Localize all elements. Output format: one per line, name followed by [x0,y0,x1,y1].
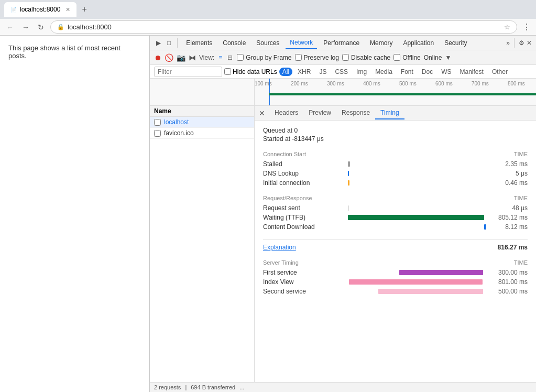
second-service-value: 500.00 ms [486,288,528,295]
refresh-button[interactable]: ↻ [36,22,46,32]
index-view-label: Index View [263,278,347,286]
transferred-size: 694 B transferred [191,384,235,390]
filter-js-button[interactable]: JS [316,67,330,77]
cursor-tool-icon[interactable]: ▶ [154,38,163,48]
disable-cache-label[interactable]: Disable cache [342,54,390,61]
hide-data-urls-checkbox[interactable] [224,68,231,75]
timing-row-first-service: First service 300.00 ms [263,269,528,276]
clear-button[interactable]: 🚫 [165,53,173,62]
filter-img-button[interactable]: Img [353,67,370,77]
active-tab[interactable]: 📄 localhost:8000 ✕ [4,2,76,17]
tab-favicon-icon: 📄 [10,7,17,13]
filter-css-button[interactable]: CSS [332,67,351,77]
filter-ws-button[interactable]: WS [438,67,454,77]
preserve-log-text: Preserve log [304,54,339,61]
hide-data-urls-text: Hide data URLs [233,68,277,75]
detail-close-button[interactable]: ✕ [259,109,265,117]
url-bar[interactable]: 🔒 localhost:8000 ☆ [50,20,517,34]
request-response-section: Request/Response TIME Request sent 48 μs [263,195,528,231]
url-text: localhost:8000 [68,23,112,31]
preserve-log-label[interactable]: Preserve log [295,54,339,61]
disable-cache-text: Disable cache [351,54,390,61]
tab-memory[interactable]: Memory [366,37,397,49]
tab-network[interactable]: Network [286,37,317,49]
filter-media-button[interactable]: Media [372,67,396,77]
tab-sources[interactable]: Sources [252,37,283,49]
offline-text: Offline [402,54,420,61]
file-item-favicon[interactable]: favicon.ico [150,128,254,139]
preserve-log-checkbox[interactable] [295,54,302,61]
new-tab-button[interactable]: + [79,2,90,17]
first-service-bar-area [347,269,486,276]
list-view-icon[interactable]: ≡ [217,53,223,62]
offline-checkbox[interactable] [393,54,400,61]
content-download-bar [484,224,486,230]
record-button[interactable]: ⏺ [154,53,161,62]
request-sent-bar [348,205,348,211]
tab-preview[interactable]: Preview [303,107,336,119]
back-button[interactable]: ← [4,22,16,32]
page-text: This page shows a list of most recent po… [8,44,121,60]
tab-security[interactable]: Security [440,37,471,49]
detail-panel: ✕ Headers Preview Response Timing Queued… [255,106,536,382]
filter-font-button[interactable]: Font [398,67,417,77]
filter-manifest-button[interactable]: Manifest [457,67,487,77]
group-by-frame-checkbox[interactable] [237,54,244,61]
filter-input[interactable] [154,67,222,77]
disable-cache-checkbox[interactable] [342,54,349,61]
tab-close-button[interactable]: ✕ [65,6,70,13]
screenshot-button[interactable]: 📷 [177,53,185,62]
group-by-frame-label[interactable]: Group by Frame [237,54,291,61]
filter-doc-button[interactable]: Doc [419,67,436,77]
offline-label[interactable]: Offline [393,54,420,61]
tab-elements[interactable]: Elements [182,37,216,49]
explanation-link[interactable]: Explanation [263,244,296,251]
index-view-bar [349,279,483,285]
tick-700: 700 ms [472,81,489,86]
timing-row-request-sent: Request sent 48 μs [263,204,528,212]
timing-panel: Queued at 0 Started at -813447 μs Connec… [255,121,536,382]
status-separator: | [185,384,187,390]
settings-icon[interactable]: ⚙ [519,39,524,47]
index-view-value: 801.00 ms [486,278,528,286]
filter-icon[interactable]: ⧓ [189,53,196,62]
more-tabs-button[interactable]: » [506,39,510,47]
tab-performance[interactable]: Performance [319,37,364,49]
filter-other-button[interactable]: Other [489,67,511,77]
waterfall-view-icon[interactable]: ⊟ [226,53,234,62]
toolbar-divider-2 [514,38,515,48]
file-checkbox-localhost[interactable] [154,119,161,126]
forward-button[interactable]: → [20,22,31,32]
browser-menu-button[interactable]: ⋮ [521,21,532,33]
page-content: This page shows a list of most recent po… [0,36,149,392]
timing-total-row: Explanation 816.27 ms [263,244,528,251]
timing-row-second-service: Second service 500.00 ms [263,288,528,295]
bookmark-icon[interactable]: ☆ [504,23,510,31]
online-badge: Online [424,54,442,61]
devtools-close-button[interactable]: ✕ [527,39,532,47]
tab-response[interactable]: Response [336,107,375,119]
stalled-value: 2.35 ms [486,160,528,168]
timing-row-index-view: Index View 801.00 ms [263,278,528,286]
initial-connection-value: 0.46 ms [486,179,528,187]
status-ellipsis: ... [239,384,244,390]
server-timing-section: Server Timing TIME First service 300.00 … [263,259,528,295]
file-name-localhost: localhost [164,118,189,126]
throttle-dropdown-icon[interactable]: ▼ [445,54,451,61]
timing-total-value: 816.27 ms [498,244,528,251]
tab-application[interactable]: Application [399,37,438,49]
hide-data-urls-label[interactable]: Hide data URLs [224,68,277,75]
index-view-bar-area [347,278,486,286]
filter-all-button[interactable]: All [279,68,292,76]
content-download-label: Content Download [263,223,347,231]
request-response-header: Request/Response TIME [263,195,528,201]
inspect-icon[interactable]: □ [165,38,173,48]
tab-timing[interactable]: Timing [375,107,404,119]
connection-start-header: Connection Start TIME [263,151,528,157]
file-item-localhost[interactable]: localhost [150,117,254,128]
filter-xhr-button[interactable]: XHR [294,67,314,77]
tab-console[interactable]: Console [218,37,250,49]
ttfb-value: 805.12 ms [486,214,528,221]
tab-headers[interactable]: Headers [269,107,303,119]
file-checkbox-favicon[interactable] [154,130,161,137]
